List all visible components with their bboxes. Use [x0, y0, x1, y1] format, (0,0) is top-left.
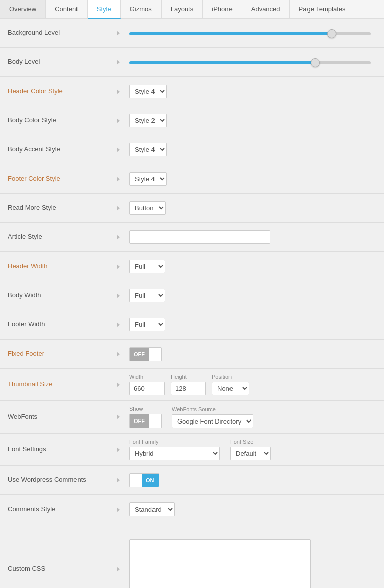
footer-width-label: Footer Width: [0, 315, 115, 334]
footer-color-style-row: Footer Color Style Style 4 Style 1 Style…: [0, 164, 384, 194]
tab-style[interactable]: Style: [88, 0, 121, 19]
thumbnail-position-group: Position None Left Right Center: [212, 374, 249, 395]
footer-width-select[interactable]: Full Boxed: [129, 318, 165, 331]
thumbnail-height-input[interactable]: [171, 382, 206, 395]
body-accent-style-row: Body Accent Style Style 4 Style 1 Style …: [0, 135, 384, 164]
body-accent-style-select[interactable]: Style 4 Style 1 Style 2 Style 3 Style 5: [129, 143, 167, 156]
custom-css-textarea[interactable]: [129, 539, 311, 589]
font-family-select[interactable]: Hybrid Arial Georgia Verdana: [129, 447, 220, 460]
footer-color-style-content: Style 4 Style 1 Style 2 Style 3 Style 5: [122, 167, 384, 191]
read-more-style-select[interactable]: Button Text Link: [129, 201, 166, 215]
font-size-select[interactable]: Default Small Medium Large: [230, 447, 271, 460]
article-style-row: Article Style: [0, 223, 384, 252]
fixed-footer-off-label: OFF: [130, 348, 149, 361]
thumbnail-width-sublabel: Width: [129, 374, 165, 380]
background-level-label: Background Level: [0, 23, 115, 42]
header-width-content: Full Boxed: [122, 255, 384, 278]
comments-style-label: Comments Style: [0, 499, 115, 519]
body-color-style-select[interactable]: Style 2 Style 1 Style 3 Style 4 Style 5: [129, 114, 167, 127]
row-divider: [115, 135, 122, 164]
thumbnail-position-sublabel: Position: [212, 374, 249, 380]
body-level-content: [122, 51, 384, 73]
read-more-style-content: Button Text Link: [122, 196, 384, 220]
row-divider: [115, 194, 122, 222]
custom-css-label: Custom CSS: [0, 559, 115, 578]
webfonts-toggle-track: [149, 414, 161, 428]
body-width-select[interactable]: Full Boxed: [129, 289, 165, 302]
body-level-label: Body Level: [0, 52, 115, 71]
header-width-row: Header Width Full Boxed: [0, 252, 384, 281]
use-wordpress-comments-off-track: [130, 474, 142, 487]
font-settings-row: Font Settings Font Family Hybrid Arial G…: [0, 434, 384, 466]
thumbnail-position-select[interactable]: None Left Right Center: [212, 382, 249, 395]
body-width-content: Full Boxed: [122, 284, 384, 307]
background-level-slider[interactable]: [129, 32, 371, 35]
body-color-style-row: Body Color Style Style 2 Style 1 Style 3…: [0, 106, 384, 135]
tab-bar: Overview Content Style Gizmos Layouts iP…: [0, 0, 384, 19]
header-color-style-content: Style 4 Style 1 Style 2 Style 3 Style 5: [122, 79, 384, 103]
tab-iphone[interactable]: iPhone: [203, 0, 242, 18]
font-family-group: Font Family Hybrid Arial Georgia Verdana: [129, 439, 220, 460]
footer-width-row: Footer Width Full Boxed: [0, 310, 384, 340]
settings-panel: Background Level Body Level Header Color…: [0, 19, 384, 588]
tab-page-templates[interactable]: Page Templates: [290, 0, 355, 18]
body-accent-style-content: Style 4 Style 1 Style 2 Style 3 Style 5: [122, 138, 384, 161]
tab-advanced[interactable]: Advanced: [242, 0, 290, 18]
row-divider: [115, 281, 122, 310]
thumbnail-size-label: Thumbnail Size: [0, 375, 115, 394]
row-divider: [115, 434, 122, 465]
row-divider: [115, 164, 122, 193]
header-color-style-select[interactable]: Style 4 Style 1 Style 2 Style 3 Style 5: [129, 85, 167, 98]
header-color-style-label: Header Color Style: [0, 81, 115, 101]
background-level-row: Background Level: [0, 19, 384, 48]
tab-content[interactable]: Content: [46, 0, 88, 18]
footer-color-style-select[interactable]: Style 4 Style 1 Style 2 Style 3 Style 5: [129, 172, 167, 186]
fixed-footer-row: Fixed Footer OFF: [0, 340, 384, 369]
thumbnail-width-input[interactable]: [129, 382, 165, 395]
header-width-select[interactable]: Full Boxed: [129, 260, 165, 273]
thumbnail-size-content: Width Height Position None Left Right Ce…: [122, 369, 384, 400]
webfonts-source-select[interactable]: Google Font Directory Adobe Fonts Custom: [172, 414, 253, 428]
custom-css-content: [122, 534, 384, 589]
thumbnail-size-row: Thumbnail Size Width Height Position Non…: [0, 369, 384, 401]
row-divider: [115, 466, 122, 494]
font-size-group: Font Size Default Small Medium Large: [230, 439, 271, 460]
font-settings-fields: Font Family Hybrid Arial Georgia Verdana…: [129, 439, 271, 460]
header-width-label: Header Width: [0, 257, 115, 276]
row-divider: [115, 310, 122, 339]
fixed-footer-toggle[interactable]: OFF: [129, 347, 162, 361]
body-level-slider[interactable]: [129, 61, 371, 64]
row-divider: [115, 524, 122, 588]
font-settings-label: Font Settings: [0, 440, 115, 459]
body-accent-style-label: Body Accent Style: [0, 140, 115, 159]
webfonts-off-label: OFF: [130, 414, 149, 428]
footer-width-content: Full Boxed: [122, 313, 384, 337]
row-divider: [115, 223, 122, 251]
row-divider: [115, 77, 122, 106]
webfonts-toggle[interactable]: OFF: [129, 414, 162, 428]
body-level-slider-container: [129, 56, 376, 68]
article-style-input[interactable]: [129, 230, 270, 244]
read-more-style-row: Read More Style Button Text Link: [0, 194, 384, 223]
fixed-footer-content: OFF: [122, 342, 384, 366]
webfonts-row: WebFonts Show OFF WebFonts Source Google…: [0, 401, 384, 434]
tab-overview[interactable]: Overview: [0, 0, 46, 18]
use-wordpress-comments-toggle[interactable]: ON: [129, 473, 159, 487]
row-divider: [115, 48, 122, 76]
row-divider: [115, 495, 122, 524]
webfonts-fields: Show OFF WebFonts Source Google Font Dir…: [129, 406, 253, 428]
tab-layouts[interactable]: Layouts: [162, 0, 203, 18]
use-wordpress-comments-content: ON: [122, 468, 384, 492]
webfonts-source-group: WebFonts Source Google Font Directory Ad…: [172, 406, 253, 428]
thumbnail-height-group: Height: [171, 374, 206, 395]
body-color-style-content: Style 2 Style 1 Style 3 Style 4 Style 5: [122, 109, 384, 132]
tab-gizmos[interactable]: Gizmos: [121, 0, 162, 18]
use-wordpress-comments-label: Use Wordpress Comments: [0, 470, 115, 489]
custom-css-row: Custom CSS: [0, 524, 384, 588]
comments-style-select[interactable]: Standard Threaded Flat: [129, 502, 175, 516]
webfonts-label: WebFonts: [0, 407, 115, 427]
thumbnail-height-sublabel: Height: [171, 374, 206, 380]
thumbnail-width-group: Width: [129, 374, 165, 395]
comments-style-row: Comments Style Standard Threaded Flat: [0, 495, 384, 524]
background-level-slider-container: [129, 27, 376, 39]
